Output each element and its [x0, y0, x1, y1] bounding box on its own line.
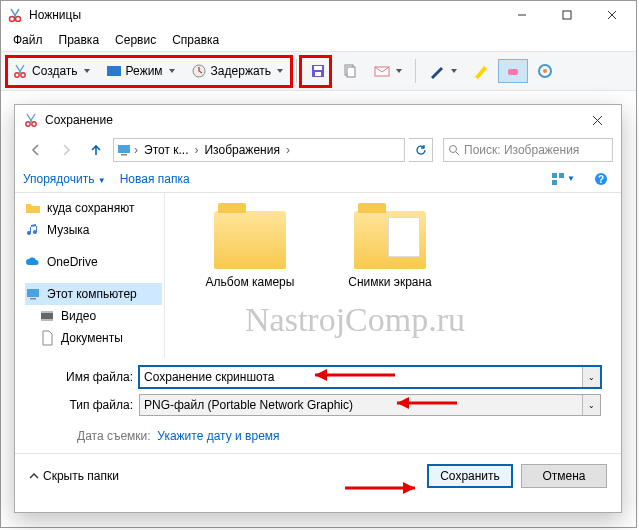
svg-rect-23 — [118, 145, 130, 153]
highlighter-button[interactable] — [466, 59, 496, 83]
sidebar-item-thispc[interactable]: Этот компьютер — [25, 283, 162, 305]
mode-label: Режим — [126, 64, 163, 78]
search-icon — [448, 144, 460, 156]
svg-rect-16 — [508, 69, 518, 75]
sidebar-item-onedrive[interactable]: OneDrive — [25, 251, 162, 273]
music-icon — [25, 222, 41, 238]
window-titlebar: Ножницы — [1, 1, 636, 29]
document-icon — [39, 330, 55, 346]
dialog-title: Сохранение — [45, 113, 577, 127]
svg-rect-3 — [563, 11, 571, 19]
chevron-down-icon — [277, 69, 283, 73]
paint3d-icon — [537, 63, 553, 79]
cloud-icon — [25, 254, 41, 270]
paint3d-button[interactable] — [530, 59, 560, 83]
breadcrumb-pc[interactable]: Этот к... — [140, 143, 192, 157]
search-input[interactable]: Поиск: Изображения — [443, 138, 613, 162]
menu-tools[interactable]: Сервис — [107, 31, 164, 49]
app-icon — [23, 112, 39, 128]
cancel-button[interactable]: Отмена — [521, 464, 607, 488]
menu-help[interactable]: Справка — [164, 31, 227, 49]
organize-menu[interactable]: Упорядочить ▼ — [23, 172, 106, 186]
folder-item-screenshots[interactable]: Снимки экрана — [335, 211, 445, 289]
nav-up-button[interactable] — [83, 137, 109, 163]
sidebar-item-music[interactable]: Музыка — [25, 219, 162, 241]
svg-point-19 — [26, 122, 30, 126]
breadcrumb-folder[interactable]: Изображения — [200, 143, 283, 157]
svg-rect-14 — [347, 67, 355, 77]
filename-dropdown[interactable]: ⌄ — [582, 367, 600, 387]
svg-rect-28 — [559, 173, 564, 178]
svg-rect-29 — [552, 180, 557, 185]
eraser-icon — [505, 63, 521, 79]
sidebar-item-saveto[interactable]: куда сохраняют — [25, 197, 162, 219]
close-button[interactable] — [589, 1, 634, 29]
save-button[interactable] — [303, 59, 333, 83]
svg-rect-8 — [107, 66, 121, 76]
folder-icon — [214, 211, 286, 269]
filetype-dropdown[interactable]: ⌄ — [582, 395, 600, 415]
breadcrumb[interactable]: › Этот к... › Изображения › — [113, 138, 405, 162]
eraser-button[interactable] — [498, 59, 528, 83]
menu-file[interactable]: Файл — [5, 31, 51, 49]
save-icon — [310, 63, 326, 79]
folder-item-camera[interactable]: Альбом камеры — [195, 211, 305, 289]
chevron-down-icon — [169, 69, 175, 73]
app-icon — [7, 7, 23, 23]
nav-back-button[interactable] — [23, 137, 49, 163]
svg-rect-24 — [121, 154, 127, 156]
sidebar-item-video[interactable]: Видео — [25, 305, 162, 327]
newfolder-button[interactable]: Новая папка — [120, 172, 190, 186]
mail-button[interactable] — [367, 59, 409, 83]
filename-label: Имя файла: — [49, 370, 133, 384]
menu-edit[interactable]: Правка — [51, 31, 108, 49]
svg-rect-27 — [552, 173, 557, 178]
save-dialog: Сохранение › Этот к... › Изображения › П… — [14, 104, 622, 513]
minimize-button[interactable] — [499, 1, 544, 29]
date-link[interactable]: Укажите дату и время — [157, 429, 279, 443]
svg-rect-32 — [27, 289, 39, 297]
toolbar: Создать Режим Задержать — [1, 51, 636, 91]
nav-forward-button[interactable] — [53, 137, 79, 163]
svg-text:?: ? — [598, 174, 604, 185]
video-icon — [39, 308, 55, 324]
watermark: NastrojComp.ru — [245, 301, 465, 339]
svg-rect-35 — [41, 311, 53, 313]
filetype-select[interactable] — [139, 394, 601, 416]
svg-point-7 — [21, 73, 25, 77]
chevron-up-icon — [29, 471, 39, 481]
copy-button[interactable] — [335, 59, 365, 83]
svg-point-25 — [450, 146, 457, 153]
svg-rect-36 — [41, 319, 53, 321]
content-pane[interactable]: Альбом камеры Снимки экрана NastrojComp.… — [165, 193, 621, 357]
rect-icon — [106, 63, 122, 79]
pen-button[interactable] — [422, 59, 464, 83]
pc-icon — [116, 142, 132, 158]
chevron-right-icon: › — [192, 143, 200, 157]
svg-rect-12 — [315, 72, 321, 76]
maximize-button[interactable] — [544, 1, 589, 29]
chevron-down-icon — [451, 69, 457, 73]
sidebar-item-documents[interactable]: Документы — [25, 327, 162, 349]
folder-icon — [25, 200, 41, 216]
svg-rect-11 — [314, 66, 322, 70]
mode-button[interactable]: Режим — [99, 59, 182, 83]
delay-button[interactable]: Задержать — [184, 59, 290, 83]
svg-rect-33 — [30, 298, 36, 300]
svg-point-6 — [15, 73, 19, 77]
save-button[interactable]: Сохранить — [427, 464, 513, 488]
chevron-right-icon: › — [132, 143, 140, 157]
scissors-icon — [12, 63, 28, 79]
date-label: Дата съемки: — [77, 429, 151, 443]
create-label: Создать — [32, 64, 78, 78]
create-button[interactable]: Создать — [5, 59, 97, 83]
refresh-button[interactable] — [409, 138, 433, 162]
hide-folders-button[interactable]: Скрыть папки — [29, 469, 119, 483]
view-button[interactable]: ▼ — [551, 168, 575, 190]
svg-point-18 — [543, 69, 547, 73]
filename-input[interactable] — [139, 366, 601, 388]
dialog-close-button[interactable] — [577, 105, 617, 135]
help-button[interactable]: ? — [589, 168, 613, 190]
copy-icon — [342, 63, 358, 79]
chevron-right-icon: › — [284, 143, 292, 157]
